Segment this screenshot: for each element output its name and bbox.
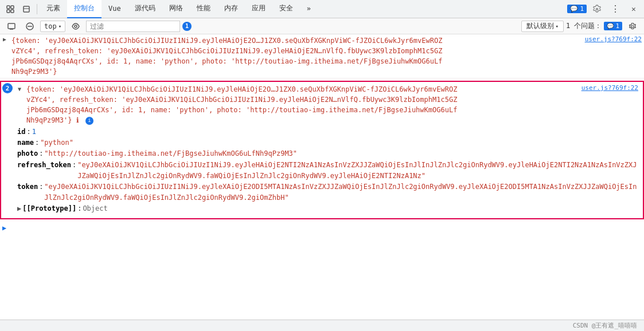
tab-memory[interactable]: 内存 bbox=[217, 0, 245, 18]
entry1-text-line1: {token: 'eyJ0eXAiOiJKV1QiLCJhbGciOiJIUzI… bbox=[11, 36, 642, 46]
prop-id-val: 1 bbox=[32, 127, 36, 137]
box-icon[interactable] bbox=[18, 1, 34, 17]
issues-message-icon: 💬 bbox=[607, 23, 614, 29]
dropdown-arrow-icon: ▾ bbox=[58, 23, 61, 29]
issues-badge[interactable]: 💬 1 bbox=[604, 22, 622, 30]
message-icon: 💬 bbox=[570, 5, 578, 13]
tab-console[interactable]: 控制台 bbox=[67, 0, 102, 18]
entry2-source[interactable]: user.js?769f:22 bbox=[581, 84, 638, 92]
svg-point-11 bbox=[75, 25, 77, 27]
prop-prototype-val: Object bbox=[83, 203, 107, 214]
svg-rect-2 bbox=[7, 10, 10, 13]
default-level-dropdown[interactable]: 默认级别 ▾ bbox=[521, 21, 564, 32]
prop-token: token : "eyJ0eXAiOiJKV1QiLCJhbGciOiJIUzI… bbox=[17, 182, 641, 203]
prop-id-key: id bbox=[17, 127, 25, 137]
screen-toggle-icon[interactable] bbox=[3, 18, 19, 34]
entry1-toggle[interactable]: ▶ bbox=[0, 36, 9, 42]
prop-name-key: name bbox=[17, 137, 34, 148]
entry1-text-line4: Nh9qPz9M3'} bbox=[11, 66, 642, 77]
tab-application-label: 应用 bbox=[252, 3, 266, 13]
tab-performance-label: 性能 bbox=[197, 3, 210, 13]
tab-security-label: 安全 bbox=[279, 3, 293, 13]
tab-console-label: 控制台 bbox=[74, 3, 95, 13]
entry2-text-line2: vZYc4', refresh_token: 'eyJ0eXAiOiJKV1Qi… bbox=[26, 94, 638, 105]
prop-name-val: "python" bbox=[40, 137, 73, 148]
console-entry-1: ▶ user.js?769f:22 {token: 'eyJ0eXAiOiJKV… bbox=[0, 34, 644, 78]
prop-token-key: token bbox=[17, 182, 38, 192]
tab-elements-label: 元素 bbox=[46, 3, 60, 13]
tab-network-label: 网络 bbox=[169, 3, 183, 13]
tab-sources[interactable]: 源代码 bbox=[128, 0, 162, 18]
prop-refresh-token-val: "eyJ0eXAiOiJKV1QiLCJhbGciOiJIUzI1NiJ9.ey… bbox=[77, 160, 641, 182]
entry2-badge: 2 bbox=[2, 83, 13, 93]
tab-elements[interactable]: 元素 bbox=[40, 0, 67, 18]
no-entry-icon[interactable] bbox=[22, 18, 38, 34]
console-content: ▶ user.js?769f:22 {token: 'eyJ0eXAiOiJKV… bbox=[0, 34, 644, 320]
close-button[interactable]: ✕ bbox=[626, 1, 642, 17]
tab-memory-label: 内存 bbox=[224, 3, 238, 13]
svg-rect-6 bbox=[8, 23, 15, 29]
bottom-bar: CSDN @王有遮_嘻嘻嘻 bbox=[0, 320, 644, 331]
default-level-label: 默认级别 bbox=[526, 21, 554, 31]
badge-count: 1 bbox=[580, 5, 584, 13]
svg-rect-0 bbox=[7, 6, 10, 9]
svg-rect-4 bbox=[24, 6, 29, 12]
cursor-icon[interactable] bbox=[2, 1, 18, 17]
svg-rect-3 bbox=[11, 10, 14, 13]
issues-count-area: 1 个问题： 💬 1 bbox=[566, 21, 622, 31]
entry2-text-line1: {token: 'eyJ0eXAiOiJKV1QiLCJhbGciOiJIUzI… bbox=[26, 84, 638, 94]
filter-badge: 1 bbox=[182, 22, 192, 31]
settings-button[interactable] bbox=[589, 1, 605, 17]
entry2-text-line3: jPb6mGSDqzj8q4AqrCXs', id: 1, name: 'pyt… bbox=[26, 105, 638, 115]
entry1-text-line3: jPb6mGSDqzj8q4AqrCXs', id: 1, name: 'pyt… bbox=[11, 56, 642, 66]
prop-photo-val: "http://toutiao-img.itheima.net/FjBgseJi… bbox=[44, 148, 297, 159]
tab-network[interactable]: 网络 bbox=[162, 0, 190, 18]
prop-token-val: "eyJ0eXAiOiJKV1QiLCJhbGciOiJIUzI1NiJ9.ey… bbox=[44, 182, 641, 203]
tab-more-label: » bbox=[307, 5, 311, 13]
default-level-arrow: ▾ bbox=[556, 23, 559, 29]
tab-vue[interactable]: Vue bbox=[102, 0, 128, 18]
prototype-arrow-icon[interactable]: ▶ bbox=[17, 203, 21, 214]
eye-icon[interactable] bbox=[68, 18, 84, 34]
prop-refresh-token-key: refresh_token bbox=[17, 160, 71, 171]
prop-photo: photo : "http://toutiao-img.itheima.net/… bbox=[17, 148, 641, 159]
top-dropdown[interactable]: top ▾ bbox=[40, 21, 65, 32]
issues-count: 1 bbox=[615, 22, 619, 30]
entry2-props: id : 1 name : "python" photo : "http://t… bbox=[17, 125, 641, 216]
info-icon[interactable]: i bbox=[85, 117, 93, 125]
prop-refresh-token: refresh_token : "eyJ0eXAiOiJKV1QiLCJhbGc… bbox=[17, 160, 641, 182]
entry2-arrow-icon: ▼ bbox=[18, 86, 21, 92]
tab-performance[interactable]: 性能 bbox=[190, 0, 217, 18]
tab-sources-label: 源代码 bbox=[135, 3, 155, 13]
tab-security[interactable]: 安全 bbox=[272, 0, 300, 18]
prop-prototype: ▶ [[Prototype]] : Object bbox=[17, 203, 641, 214]
prop-id: id : 1 bbox=[17, 127, 641, 137]
entry2-text-line4: Nh9qPz9M3'} ℹ i bbox=[26, 115, 638, 125]
bottom-bar-text: CSDN @王有遮_嘻嘻嘻 bbox=[573, 321, 637, 330]
prop-prototype-key: [[Prototype]] bbox=[22, 203, 76, 214]
tab-application[interactable]: 应用 bbox=[245, 0, 272, 18]
tab-separator bbox=[37, 4, 37, 14]
entry1-source[interactable]: user.js?769f:22 bbox=[585, 36, 642, 43]
toolbar-right: 💬 1 ⋮ ✕ bbox=[567, 1, 642, 17]
svg-point-12 bbox=[631, 25, 634, 27]
message-badge[interactable]: 💬 1 bbox=[567, 5, 587, 13]
top-label: top bbox=[44, 22, 57, 30]
tab-more[interactable]: » bbox=[300, 0, 318, 18]
entry1-arrow-icon: ▶ bbox=[3, 37, 6, 42]
svg-rect-1 bbox=[11, 6, 14, 9]
filter-input[interactable] bbox=[86, 21, 180, 32]
console-entry-2: 2 ▼ user.js?769f:22 {token: 'eyJ0eXAiOiJ… bbox=[0, 81, 644, 219]
blue-indicator: ▶ bbox=[0, 222, 644, 234]
issues-label: 1 个问题： bbox=[566, 21, 602, 31]
secondary-settings-icon[interactable] bbox=[625, 18, 641, 34]
secondary-toolbar: top ▾ 1 默认级别 ▾ 1 个问题： 💬 1 bbox=[0, 18, 644, 34]
entry2-text-inner: Nh9qPz9M3'} ℹ bbox=[26, 116, 79, 124]
entry1-content: user.js?769f:22 {token: 'eyJ0eXAiOiJKV1Q… bbox=[9, 36, 644, 77]
entry2-content: user.js?769f:22 {token: 'eyJ0eXAiOiJKV1Q… bbox=[24, 84, 641, 125]
tab-vue-label: Vue bbox=[108, 5, 121, 13]
more-button[interactable]: ⋮ bbox=[607, 1, 623, 17]
entry2-toggle[interactable]: ▼ bbox=[15, 85, 24, 92]
devtools-tab-bar: 元素 控制台 Vue 源代码 网络 性能 内存 应用 安全 » 💬 1 bbox=[0, 0, 644, 18]
entry1-text-line2: vZYc4', refresh_token: 'eyJ0eXAiOiJKV1Qi… bbox=[11, 46, 642, 56]
